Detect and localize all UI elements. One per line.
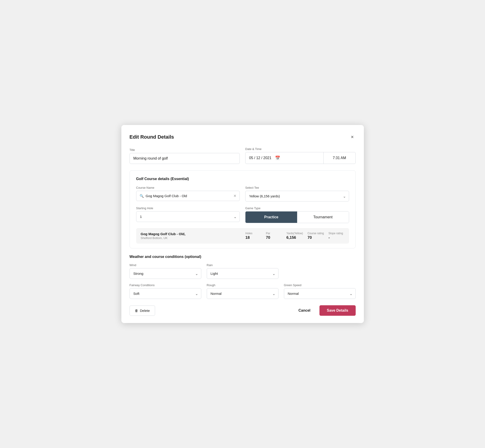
slope-rating-stat: Slope rating -	[324, 232, 345, 240]
wind-select-wrap[interactable]: NoneLightModerateStrong ⌄	[129, 268, 201, 279]
course-info-name: Gog Magog Golf Club - Old,	[141, 232, 241, 236]
footer-right: Cancel Save Details	[295, 305, 356, 316]
course-name-label: Course Name	[136, 186, 240, 189]
select-tee-dropdown[interactable]: Yellow (6,156 yards) White Red Blue	[245, 191, 349, 201]
title-field-group: Title	[129, 148, 240, 164]
rain-dropdown[interactable]: NoneLightModerateHeavy	[207, 268, 278, 279]
green-speed-select-wrap[interactable]: SlowNormalFast ⌄	[284, 288, 356, 299]
green-speed-label: Green Speed	[284, 283, 356, 287]
delete-button[interactable]: 🗑 Delete	[129, 305, 155, 316]
calendar-icon: 📅	[275, 155, 280, 160]
datetime-label: Date & Time	[245, 147, 356, 151]
slope-rating-value: -	[329, 235, 330, 240]
par-stat: Par 70	[261, 232, 282, 240]
cancel-button[interactable]: Cancel	[295, 307, 314, 314]
trash-icon: 🗑	[135, 309, 138, 312]
game-type-label: Game Type	[245, 207, 349, 210]
close-button[interactable]: ×	[349, 133, 356, 141]
clear-icon[interactable]: ✕	[233, 194, 236, 198]
course-rating-value: 70	[307, 235, 312, 240]
time-value: 7:31 AM	[333, 156, 346, 160]
title-input[interactable]	[129, 153, 240, 164]
golf-course-section-title: Golf Course details (Essential)	[136, 177, 349, 181]
datetime-field-group: Date & Time 05 / 12 / 2021 📅 7:31 AM	[245, 147, 356, 164]
holes-label: Holes	[245, 232, 252, 235]
wind-field-group: Wind NoneLightModerateStrong ⌄	[129, 263, 201, 279]
modal-title: Edit Round Details	[129, 134, 174, 140]
game-type-toggle: Practice Tournament	[245, 211, 349, 223]
delete-label: Delete	[140, 309, 150, 312]
wind-label: Wind	[129, 263, 201, 267]
rough-dropdown[interactable]: SoftNormalHard	[207, 288, 278, 299]
fairway-select-wrap[interactable]: SoftNormalHard ⌄	[129, 288, 201, 299]
title-label: Title	[129, 148, 240, 152]
yards-value: 6,156	[286, 235, 296, 240]
holes-value: 18	[245, 235, 250, 240]
modal-footer: 🗑 Delete Cancel Save Details	[129, 305, 356, 316]
starting-hole-wrap[interactable]: 1234 5678 910 ⌄	[136, 211, 240, 222]
yards-label: Yards(Yellow)	[286, 232, 303, 235]
course-name-input[interactable]	[146, 194, 232, 198]
course-name-field-group: Course Name 🔍 ✕	[136, 186, 240, 201]
search-icon: 🔍	[140, 194, 144, 198]
starting-hole-field-group: Starting Hole 1234 5678 910 ⌄	[136, 207, 240, 223]
green-speed-dropdown[interactable]: SlowNormalFast	[284, 288, 356, 299]
select-tee-field-group: Select Tee Yellow (6,156 yards) White Re…	[245, 186, 349, 201]
course-info-name-block: Gog Magog Golf Club - Old, Shelford Bott…	[141, 232, 241, 240]
course-rating-stat: Course rating 70	[303, 232, 324, 240]
date-part[interactable]: 05 / 12 / 2021 📅	[245, 152, 323, 164]
course-name-tee-row: Course Name 🔍 ✕ Select Tee Yellow (6,156…	[136, 186, 349, 201]
yards-stat: Yards(Yellow) 6,156	[282, 232, 303, 240]
par-value: 70	[266, 235, 270, 240]
rough-select-wrap[interactable]: SoftNormalHard ⌄	[207, 288, 278, 299]
practice-button[interactable]: Practice	[245, 211, 297, 223]
wind-rain-row: Wind NoneLightModerateStrong ⌄ Rain None…	[129, 263, 356, 279]
tournament-button[interactable]: Tournament	[297, 211, 349, 223]
time-part[interactable]: 7:31 AM	[323, 152, 356, 164]
slope-rating-label: Slope rating	[329, 232, 343, 235]
save-button[interactable]: Save Details	[319, 305, 356, 316]
rain-label: Rain	[207, 263, 278, 267]
fairway-dropdown[interactable]: SoftNormalHard	[129, 288, 201, 299]
rain-field-group: Rain NoneLightModerateHeavy ⌄	[207, 263, 278, 279]
rough-field-group: Rough SoftNormalHard ⌄	[207, 283, 278, 299]
starting-hole-label: Starting Hole	[136, 207, 240, 210]
green-speed-field-group: Green Speed SlowNormalFast ⌄	[284, 283, 356, 299]
date-value: 05 / 12 / 2021	[249, 156, 271, 160]
fairway-field-group: Fairway Conditions SoftNormalHard ⌄	[129, 283, 201, 299]
course-info-location: Shelford Bottom, UK	[141, 236, 241, 240]
starting-hole-dropdown[interactable]: 1234 5678 910	[136, 211, 240, 222]
par-label: Par	[266, 232, 270, 235]
fairway-rough-green-row: Fairway Conditions SoftNormalHard ⌄ Roug…	[129, 283, 356, 299]
game-type-field-group: Game Type Practice Tournament	[245, 207, 349, 223]
fairway-label: Fairway Conditions	[129, 283, 201, 287]
rough-label: Rough	[207, 283, 278, 287]
select-tee-wrap[interactable]: Yellow (6,156 yards) White Red Blue ⌄	[245, 191, 349, 201]
holes-stat: Holes 18	[241, 232, 261, 240]
modal-header: Edit Round Details ×	[129, 133, 356, 141]
select-tee-label: Select Tee	[245, 186, 349, 189]
course-info-bar: Gog Magog Golf Club - Old, Shelford Bott…	[136, 228, 349, 244]
datetime-row: 05 / 12 / 2021 📅 7:31 AM	[245, 152, 356, 164]
course-name-input-wrap[interactable]: 🔍 ✕	[136, 191, 240, 201]
starting-hole-gametype-row: Starting Hole 1234 5678 910 ⌄ Game Type …	[136, 207, 349, 223]
wind-dropdown[interactable]: NoneLightModerateStrong	[129, 268, 201, 279]
weather-section-title: Weather and course conditions (optional)	[129, 255, 356, 259]
edit-round-modal: Edit Round Details × Title Date & Time 0…	[121, 125, 364, 323]
weather-section: Weather and course conditions (optional)…	[129, 255, 356, 299]
rain-select-wrap[interactable]: NoneLightModerateHeavy ⌄	[207, 268, 278, 279]
golf-course-section: Golf Course details (Essential) Course N…	[129, 170, 356, 248]
course-rating-label: Course rating	[307, 232, 324, 235]
top-fields-row: Title Date & Time 05 / 12 / 2021 📅 7:31 …	[129, 147, 356, 164]
